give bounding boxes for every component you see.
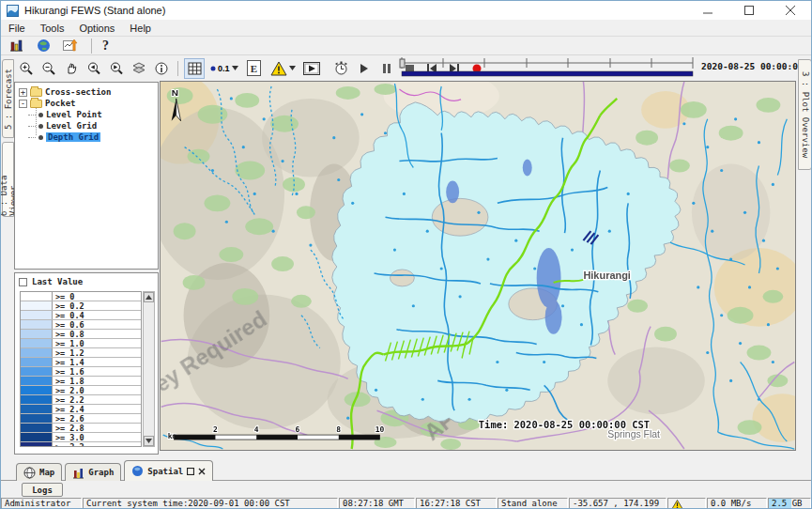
tab-data-viewer[interactable]: 6 : Data Viewer bbox=[2, 142, 14, 217]
pan-hand-icon[interactable] bbox=[61, 58, 82, 79]
legend-row: >= 2.2 bbox=[21, 395, 141, 405]
tree-node-label-selected[interactable]: Depth Grid bbox=[46, 132, 100, 142]
legend-scrollbar[interactable] bbox=[143, 291, 155, 447]
close-button[interactable] bbox=[770, 1, 811, 20]
scale-tick: 4 bbox=[254, 425, 259, 434]
legend-swatch bbox=[21, 405, 53, 413]
legend-value-label: >= 0 bbox=[53, 292, 74, 301]
tab-map-label: Map bbox=[39, 468, 54, 477]
legend-row: >= 2.6 bbox=[21, 414, 141, 424]
zoom-out-icon[interactable] bbox=[38, 58, 59, 79]
status-network-rate: 0.0 MB/s bbox=[707, 498, 767, 509]
tree-twig bbox=[28, 126, 36, 127]
scale-tick: 8 bbox=[336, 425, 341, 434]
legend-swatch bbox=[21, 292, 53, 301]
tab-spatial-label: Spatial bbox=[147, 467, 183, 476]
maximize-button[interactable] bbox=[728, 1, 770, 20]
scale-tick: 2 bbox=[213, 425, 218, 434]
legend-swatch bbox=[21, 330, 53, 338]
globe-wire-icon bbox=[23, 467, 36, 479]
north-label: N bbox=[172, 87, 178, 98]
toolbar-separator bbox=[91, 39, 92, 54]
legend-swatch bbox=[21, 377, 53, 385]
grid-display-icon[interactable] bbox=[184, 58, 205, 79]
map-view-globe-icon[interactable] bbox=[33, 36, 54, 56]
collapse-icon[interactable]: - bbox=[19, 100, 27, 108]
tree-node-pocket[interactable]: - Pocket bbox=[15, 98, 158, 109]
legend-swatch bbox=[21, 424, 53, 432]
tree-node-label[interactable]: Cross-section bbox=[45, 87, 111, 97]
time-slider-thumb[interactable] bbox=[400, 59, 405, 68]
tree-node-cross-section[interactable]: + Cross-section bbox=[15, 86, 158, 98]
legend-row: >= 1.6 bbox=[21, 367, 141, 377]
tab-spatial[interactable]: Spatial bbox=[124, 460, 213, 481]
timeseries-chart-icon[interactable] bbox=[60, 36, 81, 56]
tree-twig bbox=[28, 137, 36, 138]
tree-node-depth-grid[interactable]: Depth Grid bbox=[15, 131, 158, 143]
legend-value-label: >= 3.2 bbox=[53, 442, 84, 447]
zoom-in-icon[interactable] bbox=[16, 58, 37, 79]
maximize-panel-icon[interactable] bbox=[187, 468, 194, 475]
folder-icon bbox=[30, 100, 42, 108]
menu-tools[interactable]: Tools bbox=[33, 23, 72, 34]
tree-node-level-grid[interactable]: Level Grid bbox=[15, 120, 158, 131]
database-statistics-icon[interactable] bbox=[6, 36, 26, 56]
last-value-checkbox[interactable] bbox=[19, 278, 27, 286]
zoom-next-icon[interactable] bbox=[106, 58, 127, 79]
legend-value-label: >= 2.8 bbox=[53, 424, 84, 432]
legend-swatch bbox=[21, 358, 53, 366]
locality-label: Springs Flat bbox=[607, 429, 660, 440]
bullet-icon bbox=[38, 113, 43, 117]
time-slider[interactable] bbox=[398, 56, 697, 79]
status-local-time: 16:27:18 CST bbox=[416, 498, 497, 509]
legend-toggle-button[interactable]: E bbox=[244, 58, 265, 79]
expand-icon[interactable]: + bbox=[19, 88, 27, 97]
legend-row: >= 0.8 bbox=[21, 330, 141, 339]
scroll-down-icon[interactable] bbox=[144, 436, 154, 446]
current-datetime: 2020-08-25 00:00:00 CST bbox=[701, 61, 810, 71]
status-warning-cell[interactable] bbox=[667, 498, 706, 509]
warnings-dropdown[interactable] bbox=[267, 59, 299, 78]
tab-map[interactable]: Map bbox=[16, 463, 62, 481]
logs-button[interactable]: Logs bbox=[22, 483, 63, 497]
menu-file[interactable]: File bbox=[1, 23, 33, 34]
close-panel-icon[interactable] bbox=[198, 468, 206, 475]
tab-graph[interactable]: Graph bbox=[65, 463, 121, 481]
tree-node-label[interactable]: Level Grid bbox=[46, 121, 97, 131]
chevron-down-icon bbox=[232, 66, 238, 70]
legend-value-label: >= 2.4 bbox=[53, 405, 84, 413]
globe-blue-icon bbox=[131, 465, 144, 477]
minimize-button[interactable] bbox=[687, 1, 728, 20]
legend-value-label: >= 2.6 bbox=[53, 414, 84, 423]
memory-label: 2.5 GB bbox=[772, 499, 803, 508]
info-icon[interactable] bbox=[151, 58, 172, 79]
legend-value-label: >= 2.2 bbox=[53, 395, 84, 404]
legend-row: >= 1.2 bbox=[21, 348, 141, 358]
time-step-icon[interactable] bbox=[331, 58, 352, 79]
menu-options[interactable]: Options bbox=[71, 23, 122, 34]
tree-node-level-point[interactable]: Level Point bbox=[15, 109, 158, 120]
tree-node-label[interactable]: Pocket bbox=[45, 99, 76, 108]
tab-forecast[interactable]: 5 : Forecast bbox=[2, 59, 14, 138]
spatial-map[interactable]: API Key Required API Key Required bbox=[160, 81, 796, 451]
tab-plot-overview[interactable]: 3 : Plot Overview bbox=[798, 59, 812, 170]
legend-swatch bbox=[21, 311, 53, 319]
tree-node-label[interactable]: Level Point bbox=[46, 110, 102, 119]
pause-button[interactable] bbox=[376, 58, 397, 79]
precision-dropdown[interactable]: 0.1 bbox=[207, 59, 242, 78]
legend-swatch bbox=[21, 386, 53, 394]
zoom-previous-icon[interactable] bbox=[84, 58, 104, 79]
layers-icon[interactable] bbox=[129, 58, 149, 79]
status-gmt-time: 08:27:18 GMT bbox=[339, 498, 415, 509]
bar-chart-icon bbox=[72, 467, 84, 479]
menu-help[interactable]: Help bbox=[122, 23, 159, 34]
legend-swatch bbox=[21, 367, 53, 376]
help-button[interactable]: ? bbox=[102, 39, 109, 54]
toolbar-separator bbox=[177, 61, 178, 76]
legend-value-label: >= 0.2 bbox=[53, 301, 84, 310]
legend-swatch bbox=[21, 301, 53, 310]
play-button[interactable] bbox=[354, 58, 375, 79]
scroll-up-icon[interactable] bbox=[144, 292, 154, 302]
animation-window-icon[interactable] bbox=[301, 58, 322, 79]
status-bar: Administrator Current system time:2020-0… bbox=[1, 498, 811, 509]
